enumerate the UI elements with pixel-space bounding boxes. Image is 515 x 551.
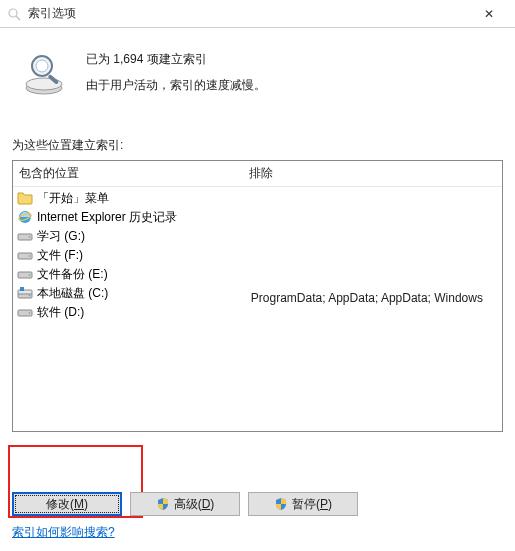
spacer bbox=[245, 189, 500, 285]
pause-label: 暂停(P) bbox=[292, 496, 332, 513]
svg-point-10 bbox=[29, 236, 31, 238]
index-count-line: 已为 1,694 项建立索引 bbox=[86, 46, 266, 72]
excluded-body: ProgramData; AppData; AppData; Windows bbox=[243, 187, 502, 313]
svg-point-20 bbox=[29, 312, 31, 314]
shield-icon bbox=[274, 497, 288, 511]
svg-point-17 bbox=[29, 295, 31, 297]
drive-icon bbox=[17, 266, 33, 282]
locations-listbox: 包含的位置 「开始」菜单Internet Explorer 历史记录学习 (G:… bbox=[12, 160, 503, 432]
location-row[interactable]: 文件 (F:) bbox=[15, 246, 241, 265]
included-column: 包含的位置 「开始」菜单Internet Explorer 历史记录学习 (G:… bbox=[13, 161, 243, 431]
location-label: Internet Explorer 历史记录 bbox=[37, 209, 177, 226]
index-speed-line: 由于用户活动，索引的速度减慢。 bbox=[86, 72, 266, 98]
index-status-area: 已为 1,694 项建立索引 由于用户活动，索引的速度减慢。 bbox=[0, 28, 515, 119]
drive-icon bbox=[17, 304, 33, 320]
svg-rect-18 bbox=[20, 287, 24, 291]
index-search-icon bbox=[20, 48, 68, 96]
svg-point-12 bbox=[29, 255, 31, 257]
location-label: 学习 (G:) bbox=[37, 228, 85, 245]
location-label: 「开始」菜单 bbox=[37, 190, 109, 207]
location-row[interactable]: 文件备份 (E:) bbox=[15, 265, 241, 284]
location-label: 软件 (D:) bbox=[37, 304, 84, 321]
drive-icon bbox=[17, 247, 33, 263]
included-body: 「开始」菜单Internet Explorer 历史记录学习 (G:)文件 (F… bbox=[13, 187, 243, 324]
advanced-label: 高级(D) bbox=[174, 496, 215, 513]
location-row[interactable]: 「开始」菜单 bbox=[15, 189, 241, 208]
svg-line-1 bbox=[16, 16, 20, 20]
locations-label: 为这些位置建立索引: bbox=[0, 119, 515, 160]
index-status-text: 已为 1,694 项建立索引 由于用户活动，索引的速度减慢。 bbox=[86, 42, 266, 99]
location-row[interactable]: 软件 (D:) bbox=[15, 303, 241, 322]
location-label: 文件备份 (E:) bbox=[37, 266, 108, 283]
svg-point-0 bbox=[9, 9, 17, 17]
drive-icon bbox=[17, 228, 33, 244]
location-row[interactable]: Internet Explorer 历史记录 bbox=[15, 208, 241, 227]
svg-point-14 bbox=[29, 274, 31, 276]
close-icon: ✕ bbox=[484, 7, 494, 21]
titlebar: 索引选项 ✕ bbox=[0, 0, 515, 28]
exclude-text: ProgramData; AppData; AppData; Windows bbox=[245, 285, 500, 311]
button-row: 修改(M) 高级(D) 暂停(P) bbox=[12, 492, 358, 516]
location-row[interactable]: 本地磁盘 (C:) bbox=[15, 284, 241, 303]
pause-button[interactable]: 暂停(P) bbox=[248, 492, 358, 516]
shield-icon bbox=[156, 497, 170, 511]
excluded-header: 排除 bbox=[243, 161, 502, 187]
excluded-column: 排除 ProgramData; AppData; AppData; Window… bbox=[243, 161, 502, 431]
ie-icon bbox=[17, 209, 33, 225]
svg-point-5 bbox=[36, 60, 48, 72]
location-row[interactable]: 学习 (G:) bbox=[15, 227, 241, 246]
location-label: 文件 (F:) bbox=[37, 247, 83, 264]
advanced-button[interactable]: 高级(D) bbox=[130, 492, 240, 516]
modify-button[interactable]: 修改(M) bbox=[12, 492, 122, 516]
close-button[interactable]: ✕ bbox=[469, 1, 509, 27]
magnify-drive-icon bbox=[6, 6, 22, 22]
window-title: 索引选项 bbox=[28, 5, 469, 22]
location-label: 本地磁盘 (C:) bbox=[37, 285, 108, 302]
drive-sys-icon bbox=[17, 285, 33, 301]
folder-icon bbox=[17, 190, 33, 206]
included-header: 包含的位置 bbox=[13, 161, 243, 187]
modify-label: 修改(M) bbox=[46, 496, 88, 513]
help-link[interactable]: 索引如何影响搜索? bbox=[12, 524, 115, 541]
